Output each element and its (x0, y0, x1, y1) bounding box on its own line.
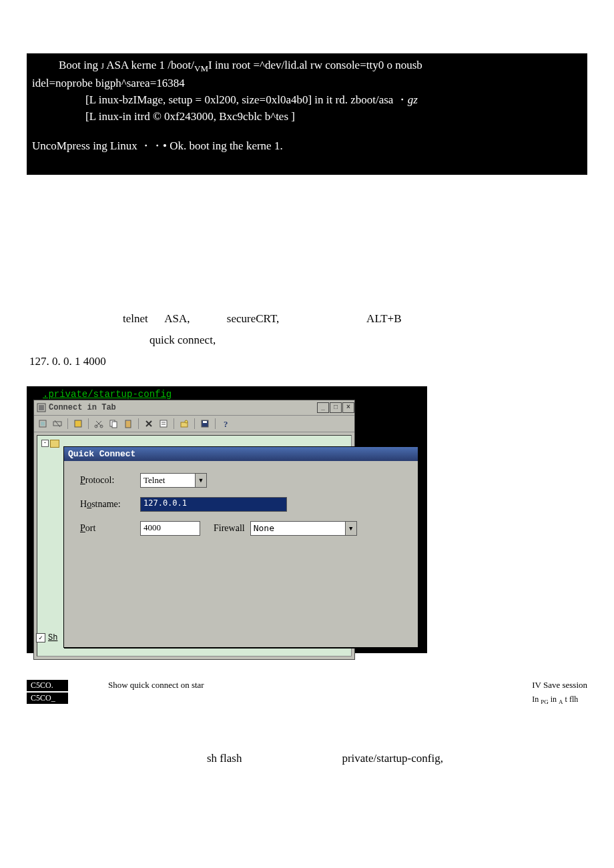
show-checkbox[interactable]: ✓ (36, 633, 45, 642)
separator (194, 418, 195, 429)
separator (88, 418, 89, 429)
protocol-label: Protocol: (80, 475, 140, 486)
tree-root-node[interactable]: - (41, 440, 59, 448)
csco-text: C5CO_ (27, 693, 68, 704)
svg-rect-10 (112, 422, 117, 428)
separator (67, 418, 68, 429)
toolbar: ? (34, 416, 354, 432)
word-telnet: telnet (123, 312, 148, 325)
new-session-icon[interactable] (38, 419, 47, 428)
separator (174, 418, 174, 429)
dropdown-arrow-icon[interactable]: ▼ (345, 522, 356, 535)
protocol-select[interactable]: Telnet ▼ (140, 473, 207, 488)
word-securecrt: secureCRT, (227, 312, 279, 325)
save-session-text: IV Save session (532, 680, 587, 691)
separator (138, 418, 139, 429)
ip-port: 127. 0. 0. 1 4000 (29, 351, 585, 372)
maximize-button[interactable]: □ (330, 402, 342, 413)
svg-rect-6 (75, 420, 81, 427)
separator (215, 418, 216, 429)
final-text-row: sh flash private/startup-config, (27, 752, 587, 765)
copy-icon[interactable] (109, 419, 118, 428)
word-altb: ALT+B (366, 312, 401, 325)
vm-sub: VM (194, 63, 208, 73)
delete-icon[interactable] (144, 419, 154, 428)
hostname-label: Hostname: (80, 499, 140, 510)
paste-icon[interactable] (123, 419, 133, 428)
dropdown-arrow-icon[interactable]: ▼ (195, 474, 206, 487)
hostname-input[interactable]: 127.0.0.1 (140, 497, 287, 512)
protocol-value: Telnet (143, 475, 165, 486)
word-quickconnect: quick connect, (29, 330, 585, 351)
cut-icon[interactable] (94, 419, 103, 428)
sh-label: Sh (48, 633, 57, 642)
svg-rect-19 (203, 421, 207, 423)
body-paragraph: telnet ASA, secureCRT, ALT+B quick conne… (27, 308, 587, 373)
svg-text:?: ? (224, 419, 228, 428)
firewall-value: None (254, 523, 274, 533)
save-icon[interactable] (200, 419, 210, 428)
gz-text: gz (408, 93, 418, 106)
securecrt-screenshot: .private/startup-config Connect in Tab _… (27, 386, 427, 653)
boot-text: I inu root =^dev/lid.al rw console=tty0 … (208, 59, 422, 71)
firewall-label: Firewall (214, 523, 245, 534)
collapse-icon[interactable]: - (41, 440, 49, 447)
svg-rect-3 (41, 422, 45, 426)
below-crt-row: C5CO. C5CO_ Show quick connect on star I… (27, 680, 587, 705)
inpg-text: In PG in A t flh (532, 695, 587, 705)
folder-icon (50, 440, 59, 448)
app-icon (37, 403, 46, 412)
boot-text: ASA kerne 1 /boot/ (104, 59, 194, 71)
minimize-button[interactable]: _ (317, 402, 329, 413)
svg-rect-1 (39, 405, 44, 410)
dot: ・ (396, 93, 408, 106)
word-asa: ASA, (164, 312, 190, 325)
close-button[interactable]: × (342, 402, 354, 413)
quick-connect-dialog: Quick Connect Protocol: Telnet ▼ Hostnam… (63, 446, 418, 648)
initrd-text: [L inux-in itrd © 0xf243000, Bxc9cblc b^… (32, 109, 582, 125)
svg-rect-12 (127, 420, 129, 421)
csco-text: C5CO. (27, 680, 68, 691)
svg-rect-13 (160, 420, 167, 427)
svg-rect-11 (125, 420, 131, 428)
boot-text: Boot ing (59, 59, 101, 71)
boot-text: idel=noprobe bigph^sarea=16384 (32, 75, 582, 92)
new-folder-icon[interactable] (180, 419, 189, 428)
uncompress-text: UncoMpress ing Linux ・・• Ok. boot ing th… (32, 125, 582, 155)
quick-connect-icon[interactable] (73, 419, 83, 428)
svg-point-17 (185, 420, 188, 423)
show-quick-text: Show quick connect on star (108, 680, 532, 691)
window-title: Connect in Tab (49, 403, 116, 412)
window-titlebar: Connect in Tab _ □ × (34, 400, 354, 416)
bzimage-text: [L inux-bzIMage, setup = 0xl200, size=0x… (85, 93, 396, 106)
firewall-select[interactable]: None ▼ (250, 521, 357, 536)
show-checkbox-row: ✓ Sh (36, 633, 57, 642)
config-path: .private/startup-config (27, 386, 427, 401)
properties-icon[interactable] (159, 419, 168, 428)
port-input[interactable]: 4000 (140, 521, 200, 536)
terminal-output: Boot ing J ASA kerne 1 /boot/VMI inu roo… (27, 53, 587, 175)
dialog-title: Quick Connect (64, 447, 418, 461)
sh-flash-text: sh flash (207, 752, 242, 765)
startup-config-text: private/startup-config, (342, 752, 443, 765)
connect-icon[interactable] (53, 419, 62, 428)
port-label: Port (80, 523, 140, 534)
help-icon[interactable]: ? (221, 419, 230, 428)
